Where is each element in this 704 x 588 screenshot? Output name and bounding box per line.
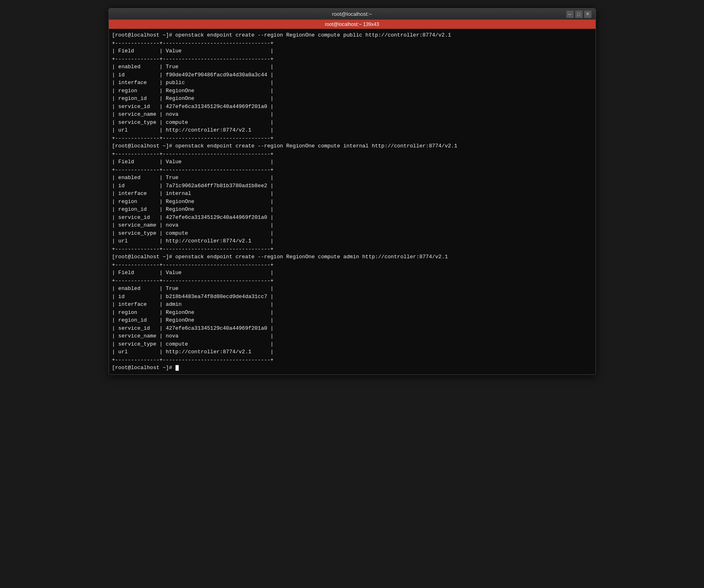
maximize-button[interactable]: □ (575, 11, 583, 18)
window-controls: ─ □ ✕ (566, 11, 591, 18)
terminal-window: root@localhost:~ ─ □ ✕ root@localhost:~ … (108, 8, 596, 375)
close-button[interactable]: ✕ (584, 11, 591, 18)
terminal-output[interactable]: [root@localhost ~]# openstack endpoint c… (109, 29, 596, 374)
titlebar: root@localhost:~ ─ □ ✕ (109, 9, 596, 20)
subtitle-text: root@localhost:~ 139x43 (325, 22, 379, 27)
subtitle-bar: root@localhost:~ 139x43 (109, 20, 596, 29)
window-title: root@localhost:~ (332, 11, 372, 17)
minimize-button[interactable]: ─ (566, 11, 574, 18)
